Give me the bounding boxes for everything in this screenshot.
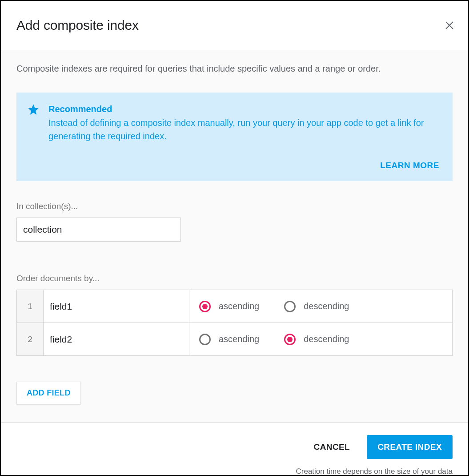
footer-note: Creation time depends on the size of you… — [16, 467, 453, 476]
star-icon — [27, 103, 40, 116]
collections-label: In collection(s)... — [16, 202, 453, 211]
dialog-footer: CANCEL CREATE INDEX Creation time depend… — [1, 422, 468, 476]
info-banner: Recommended Instead of defining a compos… — [16, 93, 453, 181]
dialog-body: Composite indexes are required for queri… — [1, 50, 468, 422]
dialog-title: Add composite index — [16, 18, 139, 33]
fields-table: 1ascendingdescending2ascendingdescending — [16, 290, 453, 356]
ascending-radio[interactable]: ascending — [199, 334, 259, 345]
learn-more-link[interactable]: LEARN MORE — [380, 161, 439, 170]
order-label: Order documents by... — [16, 274, 453, 283]
banner-body: Instead of defining a composite index ma… — [48, 116, 439, 143]
collection-input[interactable] — [16, 218, 181, 242]
dialog-header: Add composite index — [1, 1, 468, 50]
table-row: 2ascendingdescending — [17, 323, 453, 356]
radio-icon — [199, 301, 211, 312]
cancel-button[interactable]: CANCEL — [314, 442, 350, 452]
dialog-description: Composite indexes are required for queri… — [16, 62, 453, 75]
ascending-label: ascending — [219, 334, 259, 344]
radio-icon — [284, 334, 296, 345]
descending-label: descending — [304, 334, 349, 344]
ascending-radio[interactable]: ascending — [199, 301, 259, 312]
close-icon[interactable] — [444, 20, 455, 31]
row-number: 2 — [17, 323, 44, 356]
descending-radio[interactable]: descending — [284, 301, 349, 312]
descending-radio[interactable]: descending — [284, 334, 349, 345]
radio-icon — [284, 301, 296, 312]
banner-heading: Recommended — [48, 104, 439, 114]
create-index-button[interactable]: CREATE INDEX — [367, 435, 453, 459]
field-name-input[interactable] — [44, 290, 189, 323]
add-field-button[interactable]: ADD FIELD — [16, 382, 81, 404]
descending-label: descending — [304, 301, 349, 311]
radio-icon — [199, 334, 211, 345]
ascending-label: ascending — [219, 301, 259, 311]
row-number: 1 — [17, 290, 44, 323]
table-row: 1ascendingdescending — [17, 290, 453, 323]
field-name-input[interactable] — [44, 323, 189, 355]
